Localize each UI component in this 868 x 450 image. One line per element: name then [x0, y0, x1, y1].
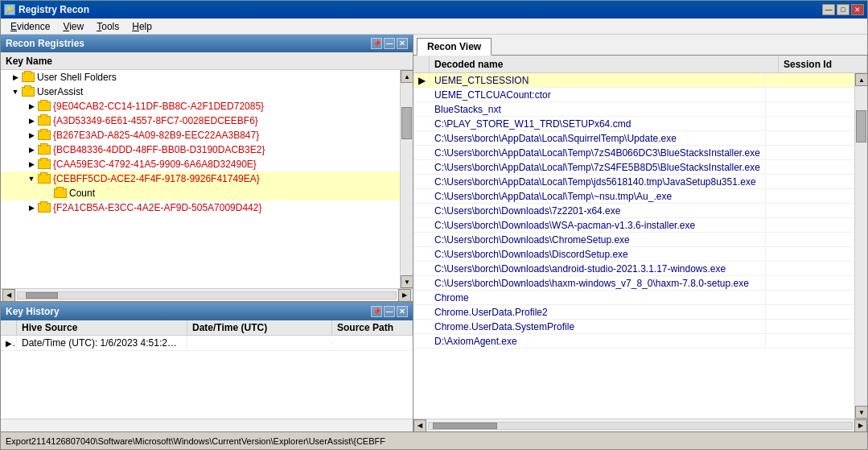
- recon-row-13[interactable]: C:\Users\borch\Downloads\android-studio-…: [413, 262, 854, 276]
- tree-item-guid-2[interactable]: ▶ {A3D53349-6E61-4557-8FC7-0028EDCEEBF6}: [1, 114, 400, 128]
- tree-vertical-scrollbar[interactable]: ▲ ▼: [400, 70, 413, 288]
- tree-item-guid-selected[interactable]: ▼ {CEBFF5CD-ACE2-4F4F-9178-9926F41749EA}: [1, 171, 400, 186]
- recon-row-12[interactable]: C:\Users\borch\Downloads\DiscordSetup.ex…: [413, 247, 854, 262]
- menu-help[interactable]: Help: [125, 19, 158, 34]
- tree-horizontal-scrollbar[interactable]: ◀ ▶: [1, 288, 413, 301]
- recon-row-expand-0[interactable]: ▶: [413, 74, 430, 87]
- recon-row-expand-14[interactable]: [413, 283, 430, 284]
- recon-minimize-icon[interactable]: —: [384, 38, 395, 49]
- recon-scroll-right[interactable]: ▶: [854, 419, 867, 432]
- recon-vertical-scrollbar[interactable]: ▲ ▼: [854, 73, 867, 419]
- recon-row-expand-2[interactable]: [413, 109, 430, 110]
- recon-row-8[interactable]: C:\Users\borch\AppData\Local\Temp\~nsu.t…: [413, 189, 854, 204]
- tree-scroll-down[interactable]: ▼: [401, 275, 413, 288]
- recon-table-body[interactable]: ▶ UEME_CTLSESSION UEME_CTLCUACou: [413, 73, 854, 419]
- expander-icon[interactable]: ▼: [25, 172, 38, 185]
- recon-row-11[interactable]: C:\Users\borch\Downloads\ChromeSetup.exe: [413, 233, 854, 247]
- recon-row-expand-7[interactable]: [413, 181, 430, 183]
- tree-item-guid-5[interactable]: ▶ {CAA59E3C-4792-41A5-9909-6A6A8D32490E}: [1, 157, 400, 171]
- recon-row-14[interactable]: C:\Users\borch\Downloads\haxm-windows_v7…: [413, 276, 854, 291]
- tree-item-userassist[interactable]: ▼ UserAssist: [1, 85, 400, 99]
- expand-arrow-icon[interactable]: ▶: [6, 337, 17, 349]
- recon-row-18[interactable]: D:\AxiomAgent.exe: [413, 334, 854, 349]
- recon-row-expand-8[interactable]: [413, 196, 430, 197]
- history-content[interactable]: ▶ Date/Time (UTC): 1/6/2023 4:51:27 PM: [1, 336, 413, 419]
- expander-icon[interactable]: ▶: [25, 129, 38, 142]
- tree-item-guid-4[interactable]: ▶ {BCB48336-4DDD-48FF-BB0B-D3190DACB3E2}: [1, 142, 400, 157]
- recon-row-expand-10[interactable]: [413, 225, 430, 226]
- tree-item-guid-7[interactable]: ▶ {F2A1CB5A-E3CC-4A2E-AF9D-505A7009D442}: [1, 200, 400, 215]
- history-horizontal-scrollbar[interactable]: [1, 419, 413, 431]
- tree-scroll-track[interactable]: [401, 83, 413, 275]
- key-history-close-icon[interactable]: ✕: [397, 306, 408, 317]
- recon-close-icon[interactable]: ✕: [397, 38, 408, 49]
- menu-tools[interactable]: Tools: [90, 19, 125, 34]
- expander-icon[interactable]: ▶: [25, 158, 38, 171]
- recon-row-expand-6[interactable]: [413, 167, 430, 168]
- expander-icon[interactable]: [41, 187, 54, 200]
- recon-row-3[interactable]: C:\PLAY_STORE_W11_TRD\SETUPx64.cmd: [413, 117, 854, 131]
- menu-evidence[interactable]: Evidence: [4, 19, 56, 34]
- recon-row-expand-13[interactable]: [413, 268, 430, 270]
- recon-row-expand-4[interactable]: [413, 138, 430, 139]
- recon-row-expand-16[interactable]: [413, 312, 430, 313]
- tree-item-count[interactable]: Count: [1, 186, 400, 200]
- expander-icon[interactable]: ▼: [9, 85, 22, 98]
- recon-scroll-thumb[interactable]: [856, 110, 866, 142]
- recon-row-expand-1[interactable]: [413, 94, 430, 96]
- menu-view[interactable]: View: [56, 19, 90, 34]
- tree-item-user-shell-folders[interactable]: ▶ User Shell Folders: [1, 70, 400, 85]
- recon-row-9[interactable]: C:\Users\borch\Downloads\7z2201-x64.exe: [413, 204, 854, 218]
- tree-item-guid-1[interactable]: ▶ {9E04CAB2-CC14-11DF-BB8C-A2F1DED72085}: [1, 99, 400, 114]
- recon-row-expand-5[interactable]: [413, 152, 430, 154]
- recon-row-6[interactable]: C:\Users\borch\AppData\Local\Temp\7zS4FE…: [413, 160, 854, 175]
- recon-row-4[interactable]: C:\Users\borch\AppData\Local\SquirrelTem…: [413, 131, 854, 146]
- recon-row-15[interactable]: Chrome: [413, 291, 854, 305]
- recon-row-7[interactable]: C:\Users\borch\AppData\Local\Temp\jds561…: [413, 175, 854, 189]
- maximize-button[interactable]: □: [837, 4, 849, 15]
- tree-scroll-left[interactable]: ◀: [2, 289, 15, 302]
- history-row[interactable]: ▶ Date/Time (UTC): 1/6/2023 4:51:27 PM: [1, 336, 413, 351]
- expander-icon[interactable]: ▶: [25, 100, 38, 113]
- tree-content[interactable]: ▶ User Shell Folders ▼ UserAssist: [1, 70, 400, 288]
- tree-scroll-up[interactable]: ▲: [401, 70, 413, 83]
- expander-icon[interactable]: ▶: [25, 143, 38, 156]
- recon-row-expand-11[interactable]: [413, 239, 430, 241]
- tree-scroll-track-h[interactable]: [17, 291, 397, 299]
- tree-item-guid-3[interactable]: ▶ {B267E3AD-A825-4A09-82B9-EEC22AA3B847}: [1, 128, 400, 142]
- recon-row-10[interactable]: C:\Users\borch\Downloads\WSA-pacman-v1.3…: [413, 218, 854, 233]
- expander-icon[interactable]: ▶: [9, 71, 22, 84]
- recon-horizontal-scrollbar[interactable]: ◀ ▶: [413, 419, 867, 431]
- recon-row-expand-9[interactable]: [413, 210, 430, 212]
- recon-scroll-left[interactable]: ◀: [413, 419, 426, 432]
- key-history-pin-icon[interactable]: 📌: [371, 306, 382, 317]
- recon-scroll-up[interactable]: ▲: [855, 73, 867, 86]
- expander-icon[interactable]: ▶: [25, 201, 38, 214]
- minimize-button[interactable]: —: [822, 4, 835, 15]
- recon-row-17[interactable]: Chrome.UserData.SystemProfile: [413, 320, 854, 334]
- recon-row-0[interactable]: ▶ UEME_CTLSESSION: [413, 73, 854, 88]
- tree-scroll-thumb[interactable]: [401, 107, 412, 139]
- close-button[interactable]: ✕: [851, 4, 864, 15]
- recon-row-2[interactable]: BlueStacks_nxt: [413, 102, 854, 117]
- expander-icon[interactable]: ▶: [25, 114, 38, 127]
- recon-row-expand-15[interactable]: [413, 297, 430, 299]
- recon-row-expand-17[interactable]: [413, 326, 430, 328]
- key-history-minimize-icon[interactable]: —: [384, 306, 395, 317]
- tab-recon-view[interactable]: Recon View: [417, 38, 492, 56]
- recon-row-5[interactable]: C:\Users\borch\AppData\Local\Temp\7zS4B0…: [413, 146, 854, 160]
- recon-registries-header: Recon Registries 📌 — ✕: [1, 35, 413, 52]
- history-expand-cell[interactable]: ▶: [1, 336, 17, 350]
- recon-scroll-track[interactable]: [855, 86, 867, 406]
- recon-scroll-down[interactable]: ▼: [855, 406, 867, 419]
- recon-row-1[interactable]: UEME_CTLCUACount:ctor: [413, 88, 854, 102]
- pin-icon[interactable]: 📌: [371, 38, 382, 49]
- tree-scroll-right[interactable]: ▶: [398, 289, 411, 302]
- recon-scroll-track-h[interactable]: [428, 422, 853, 430]
- recon-row-expand-18[interactable]: [413, 341, 430, 342]
- recon-scroll-thumb-h[interactable]: [433, 423, 497, 429]
- recon-row-expand-3[interactable]: [413, 123, 430, 125]
- recon-row-16[interactable]: Chrome.UserData.Profile2 Decode ROT13: [413, 305, 854, 320]
- recon-row-expand-12[interactable]: [413, 254, 430, 255]
- tree-scroll-thumb-h[interactable]: [26, 292, 58, 299]
